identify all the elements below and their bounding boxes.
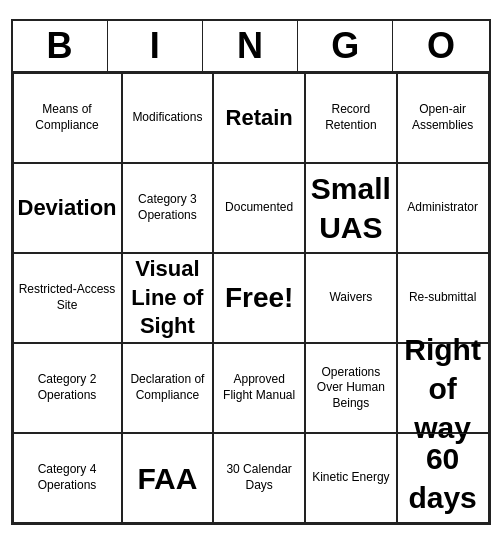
cell-r4-c2: 30 Calendar Days	[213, 433, 305, 523]
cell-text-r2-c3: Waivers	[329, 290, 372, 306]
header-letter: N	[203, 21, 298, 71]
cell-r1-c4: Administrator	[397, 163, 489, 253]
cell-r3-c3: Operations Over Human Beings	[305, 343, 397, 433]
cell-r1-c3: Small UAS	[305, 163, 397, 253]
cell-text-r3-c4: Right of way	[402, 330, 484, 447]
cell-r2-c0: Restricted-Access Site	[13, 253, 122, 343]
cell-text-r0-c0: Means of Compliance	[18, 102, 117, 133]
cell-r0-c0: Means of Compliance	[13, 73, 122, 163]
cell-text-r3-c2: Approved Flight Manual	[218, 372, 300, 403]
cell-r3-c2: Approved Flight Manual	[213, 343, 305, 433]
cell-r4-c1: FAA	[122, 433, 214, 523]
cell-text-r0-c3: Record Retention	[310, 102, 392, 133]
cell-r1-c0: Deviation	[13, 163, 122, 253]
bingo-header: BINGO	[13, 21, 489, 73]
cell-text-r4-c0: Category 4 Operations	[18, 462, 117, 493]
header-letter: O	[393, 21, 488, 71]
cell-text-r2-c4: Re-submittal	[409, 290, 476, 306]
cell-text-r3-c0: Category 2 Operations	[18, 372, 117, 403]
cell-text-r1-c4: Administrator	[407, 200, 478, 216]
cell-r1-c2: Documented	[213, 163, 305, 253]
cell-r4-c3: Kinetic Energy	[305, 433, 397, 523]
cell-r3-c1: Declaration of Compliance	[122, 343, 214, 433]
bingo-grid: Means of ComplianceModificationsRetainRe…	[13, 73, 489, 523]
cell-text-r0-c4: Open-air Assemblies	[402, 102, 484, 133]
cell-r4-c0: Category 4 Operations	[13, 433, 122, 523]
cell-r3-c4: Right of way	[397, 343, 489, 433]
cell-text-r4-c3: Kinetic Energy	[312, 470, 389, 486]
cell-text-r3-c3: Operations Over Human Beings	[310, 365, 392, 412]
header-letter: I	[108, 21, 203, 71]
cell-text-r0-c1: Modifications	[132, 110, 202, 126]
bingo-card: BINGO Means of ComplianceModificationsRe…	[11, 19, 491, 525]
cell-text-r2-c0: Restricted-Access Site	[18, 282, 117, 313]
cell-text-r1-c2: Documented	[225, 200, 293, 216]
cell-r2-c3: Waivers	[305, 253, 397, 343]
cell-r0-c1: Modifications	[122, 73, 214, 163]
cell-r0-c3: Record Retention	[305, 73, 397, 163]
cell-text-r1-c1: Category 3 Operations	[127, 192, 209, 223]
cell-r4-c4: 60 days	[397, 433, 489, 523]
cell-text-r2-c2: Free!	[225, 280, 293, 316]
cell-text-r2-c1: Visual Line of Sight	[127, 255, 209, 341]
cell-r3-c0: Category 2 Operations	[13, 343, 122, 433]
cell-r0-c4: Open-air Assemblies	[397, 73, 489, 163]
cell-text-r4-c1: FAA	[137, 459, 197, 498]
header-letter: G	[298, 21, 393, 71]
cell-text-r1-c0: Deviation	[18, 194, 117, 223]
header-letter: B	[13, 21, 108, 71]
cell-text-r4-c4: 60 days	[402, 439, 484, 517]
cell-text-r4-c2: 30 Calendar Days	[218, 462, 300, 493]
cell-r2-c2: Free!	[213, 253, 305, 343]
cell-r2-c1: Visual Line of Sight	[122, 253, 214, 343]
cell-r1-c1: Category 3 Operations	[122, 163, 214, 253]
cell-r0-c2: Retain	[213, 73, 305, 163]
cell-text-r1-c3: Small UAS	[310, 169, 392, 247]
cell-text-r0-c2: Retain	[226, 104, 293, 133]
cell-text-r3-c1: Declaration of Compliance	[127, 372, 209, 403]
